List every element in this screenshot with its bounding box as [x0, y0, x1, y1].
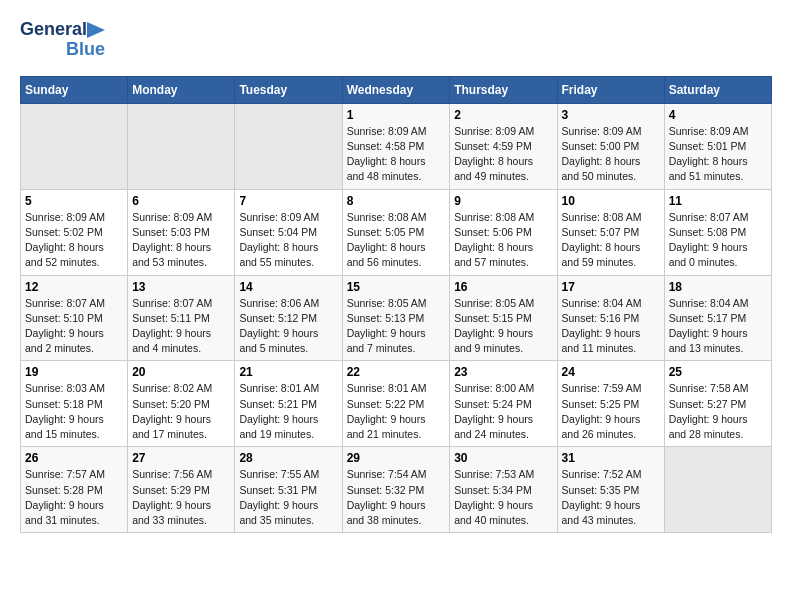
- calendar-cell: 5Sunrise: 8:09 AM Sunset: 5:02 PM Daylig…: [21, 189, 128, 275]
- day-info: Sunrise: 7:52 AM Sunset: 5:35 PM Dayligh…: [562, 467, 660, 528]
- calendar-cell: 23Sunrise: 8:00 AM Sunset: 5:24 PM Dayli…: [450, 361, 557, 447]
- day-info: Sunrise: 8:09 AM Sunset: 4:59 PM Dayligh…: [454, 124, 552, 185]
- day-number: 13: [132, 280, 230, 294]
- calendar-cell: 19Sunrise: 8:03 AM Sunset: 5:18 PM Dayli…: [21, 361, 128, 447]
- day-number: 17: [562, 280, 660, 294]
- calendar-header-row: SundayMondayTuesdayWednesdayThursdayFrid…: [21, 76, 772, 103]
- day-number: 23: [454, 365, 552, 379]
- day-number: 18: [669, 280, 767, 294]
- day-number: 21: [239, 365, 337, 379]
- day-number: 12: [25, 280, 123, 294]
- weekday-header: Friday: [557, 76, 664, 103]
- calendar-cell: 24Sunrise: 7:59 AM Sunset: 5:25 PM Dayli…: [557, 361, 664, 447]
- calendar-cell: 17Sunrise: 8:04 AM Sunset: 5:16 PM Dayli…: [557, 275, 664, 361]
- day-number: 22: [347, 365, 446, 379]
- day-number: 1: [347, 108, 446, 122]
- day-info: Sunrise: 7:59 AM Sunset: 5:25 PM Dayligh…: [562, 381, 660, 442]
- calendar-cell: 29Sunrise: 7:54 AM Sunset: 5:32 PM Dayli…: [342, 447, 450, 533]
- day-info: Sunrise: 7:54 AM Sunset: 5:32 PM Dayligh…: [347, 467, 446, 528]
- page-header: General Blue: [20, 20, 772, 60]
- day-info: Sunrise: 8:00 AM Sunset: 5:24 PM Dayligh…: [454, 381, 552, 442]
- day-number: 31: [562, 451, 660, 465]
- calendar-cell: [128, 103, 235, 189]
- calendar-cell: 8Sunrise: 8:08 AM Sunset: 5:05 PM Daylig…: [342, 189, 450, 275]
- day-info: Sunrise: 7:58 AM Sunset: 5:27 PM Dayligh…: [669, 381, 767, 442]
- day-info: Sunrise: 8:09 AM Sunset: 5:00 PM Dayligh…: [562, 124, 660, 185]
- day-number: 19: [25, 365, 123, 379]
- day-info: Sunrise: 8:01 AM Sunset: 5:22 PM Dayligh…: [347, 381, 446, 442]
- calendar-cell: [21, 103, 128, 189]
- day-number: 25: [669, 365, 767, 379]
- weekday-header: Thursday: [450, 76, 557, 103]
- day-info: Sunrise: 7:53 AM Sunset: 5:34 PM Dayligh…: [454, 467, 552, 528]
- calendar-cell: 13Sunrise: 8:07 AM Sunset: 5:11 PM Dayli…: [128, 275, 235, 361]
- calendar-cell: 9Sunrise: 8:08 AM Sunset: 5:06 PM Daylig…: [450, 189, 557, 275]
- calendar-cell: 14Sunrise: 8:06 AM Sunset: 5:12 PM Dayli…: [235, 275, 342, 361]
- day-number: 2: [454, 108, 552, 122]
- weekday-header: Wednesday: [342, 76, 450, 103]
- calendar-cell: 7Sunrise: 8:09 AM Sunset: 5:04 PM Daylig…: [235, 189, 342, 275]
- day-info: Sunrise: 8:05 AM Sunset: 5:13 PM Dayligh…: [347, 296, 446, 357]
- calendar-cell: 25Sunrise: 7:58 AM Sunset: 5:27 PM Dayli…: [664, 361, 771, 447]
- day-info: Sunrise: 8:07 AM Sunset: 5:11 PM Dayligh…: [132, 296, 230, 357]
- day-number: 9: [454, 194, 552, 208]
- day-info: Sunrise: 8:03 AM Sunset: 5:18 PM Dayligh…: [25, 381, 123, 442]
- day-number: 30: [454, 451, 552, 465]
- logo-text-general: General: [20, 20, 87, 40]
- day-number: 14: [239, 280, 337, 294]
- day-info: Sunrise: 7:57 AM Sunset: 5:28 PM Dayligh…: [25, 467, 123, 528]
- day-info: Sunrise: 8:01 AM Sunset: 5:21 PM Dayligh…: [239, 381, 337, 442]
- day-info: Sunrise: 8:06 AM Sunset: 5:12 PM Dayligh…: [239, 296, 337, 357]
- calendar-cell: 4Sunrise: 8:09 AM Sunset: 5:01 PM Daylig…: [664, 103, 771, 189]
- day-number: 20: [132, 365, 230, 379]
- calendar-cell: 2Sunrise: 8:09 AM Sunset: 4:59 PM Daylig…: [450, 103, 557, 189]
- logo-arrow-icon: [87, 20, 105, 40]
- day-number: 3: [562, 108, 660, 122]
- calendar-cell: 18Sunrise: 8:04 AM Sunset: 5:17 PM Dayli…: [664, 275, 771, 361]
- calendar-cell: 28Sunrise: 7:55 AM Sunset: 5:31 PM Dayli…: [235, 447, 342, 533]
- day-number: 28: [239, 451, 337, 465]
- calendar-week-row: 12Sunrise: 8:07 AM Sunset: 5:10 PM Dayli…: [21, 275, 772, 361]
- day-number: 11: [669, 194, 767, 208]
- weekday-header: Monday: [128, 76, 235, 103]
- calendar-week-row: 1Sunrise: 8:09 AM Sunset: 4:58 PM Daylig…: [21, 103, 772, 189]
- day-number: 16: [454, 280, 552, 294]
- calendar-cell: 27Sunrise: 7:56 AM Sunset: 5:29 PM Dayli…: [128, 447, 235, 533]
- calendar-week-row: 26Sunrise: 7:57 AM Sunset: 5:28 PM Dayli…: [21, 447, 772, 533]
- calendar-cell: 20Sunrise: 8:02 AM Sunset: 5:20 PM Dayli…: [128, 361, 235, 447]
- logo-text-blue: Blue: [66, 40, 105, 60]
- svg-marker-0: [87, 22, 105, 38]
- day-number: 26: [25, 451, 123, 465]
- calendar-week-row: 19Sunrise: 8:03 AM Sunset: 5:18 PM Dayli…: [21, 361, 772, 447]
- calendar-cell: 6Sunrise: 8:09 AM Sunset: 5:03 PM Daylig…: [128, 189, 235, 275]
- day-number: 24: [562, 365, 660, 379]
- day-number: 4: [669, 108, 767, 122]
- day-info: Sunrise: 8:09 AM Sunset: 5:02 PM Dayligh…: [25, 210, 123, 271]
- day-info: Sunrise: 8:02 AM Sunset: 5:20 PM Dayligh…: [132, 381, 230, 442]
- day-info: Sunrise: 8:09 AM Sunset: 5:01 PM Dayligh…: [669, 124, 767, 185]
- calendar-cell: 30Sunrise: 7:53 AM Sunset: 5:34 PM Dayli…: [450, 447, 557, 533]
- calendar-cell: 11Sunrise: 8:07 AM Sunset: 5:08 PM Dayli…: [664, 189, 771, 275]
- day-number: 5: [25, 194, 123, 208]
- day-info: Sunrise: 8:07 AM Sunset: 5:10 PM Dayligh…: [25, 296, 123, 357]
- day-number: 29: [347, 451, 446, 465]
- day-info: Sunrise: 8:09 AM Sunset: 5:03 PM Dayligh…: [132, 210, 230, 271]
- day-number: 8: [347, 194, 446, 208]
- day-info: Sunrise: 8:09 AM Sunset: 4:58 PM Dayligh…: [347, 124, 446, 185]
- calendar-cell: 10Sunrise: 8:08 AM Sunset: 5:07 PM Dayli…: [557, 189, 664, 275]
- day-info: Sunrise: 8:08 AM Sunset: 5:05 PM Dayligh…: [347, 210, 446, 271]
- weekday-header: Sunday: [21, 76, 128, 103]
- weekday-header: Saturday: [664, 76, 771, 103]
- calendar-week-row: 5Sunrise: 8:09 AM Sunset: 5:02 PM Daylig…: [21, 189, 772, 275]
- day-number: 15: [347, 280, 446, 294]
- day-info: Sunrise: 8:05 AM Sunset: 5:15 PM Dayligh…: [454, 296, 552, 357]
- calendar-cell: 31Sunrise: 7:52 AM Sunset: 5:35 PM Dayli…: [557, 447, 664, 533]
- day-info: Sunrise: 7:56 AM Sunset: 5:29 PM Dayligh…: [132, 467, 230, 528]
- day-info: Sunrise: 8:04 AM Sunset: 5:17 PM Dayligh…: [669, 296, 767, 357]
- calendar-cell: 3Sunrise: 8:09 AM Sunset: 5:00 PM Daylig…: [557, 103, 664, 189]
- day-info: Sunrise: 8:04 AM Sunset: 5:16 PM Dayligh…: [562, 296, 660, 357]
- calendar-cell: 12Sunrise: 8:07 AM Sunset: 5:10 PM Dayli…: [21, 275, 128, 361]
- day-info: Sunrise: 7:55 AM Sunset: 5:31 PM Dayligh…: [239, 467, 337, 528]
- calendar-cell: 26Sunrise: 7:57 AM Sunset: 5:28 PM Dayli…: [21, 447, 128, 533]
- calendar-cell: 22Sunrise: 8:01 AM Sunset: 5:22 PM Dayli…: [342, 361, 450, 447]
